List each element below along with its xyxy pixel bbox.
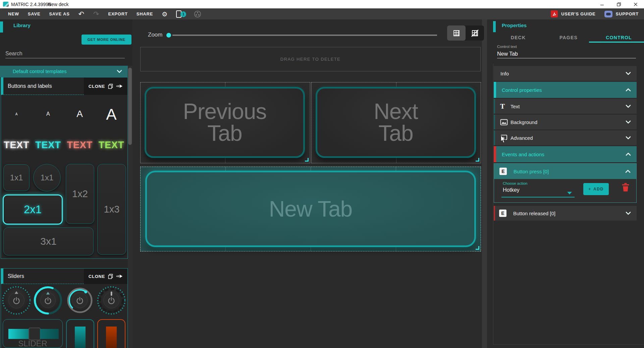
add-action-button[interactable]: + ADD	[583, 183, 609, 195]
drag-to-delete-zone[interactable]: DRAG HERE TO DELETE	[140, 47, 481, 71]
section-button-press[interactable]: E Button press [0]	[494, 164, 636, 179]
template-2x1-selected[interactable]: 2x1	[3, 194, 63, 225]
vertical-slider-template-teal[interactable]	[66, 319, 94, 348]
tab-pages[interactable]: PAGES	[543, 33, 594, 42]
section-accent-bar-red	[494, 206, 495, 221]
vertical-slider-template-orange[interactable]	[97, 319, 125, 348]
chevron-up-icon	[625, 88, 631, 92]
resize-handle-icon[interactable]	[476, 246, 479, 250]
get-more-online-button[interactable]: GET MORE ONLINE	[82, 35, 131, 45]
section-label: Background	[511, 119, 537, 125]
deck-cell-next-tab[interactable]: Next Tab	[311, 82, 481, 163]
event-icon: E	[499, 168, 507, 175]
support-button[interactable]: SUPPORT	[616, 11, 639, 16]
font-sample-l[interactable]: A	[96, 99, 127, 129]
section-background[interactable]: Background	[494, 115, 637, 129]
section-accent-bar	[494, 115, 495, 129]
choose-action-select[interactable]: Hotkey	[503, 187, 520, 193]
save-button[interactable]: SAVE	[28, 11, 41, 16]
deck-button-label: New Tab	[269, 196, 353, 222]
obs-integration-icon[interactable]	[194, 10, 202, 18]
zoom-slider-track[interactable]	[172, 35, 437, 36]
dropdown-caret-icon[interactable]	[567, 192, 572, 194]
deck-button-previous-tab[interactable]: Previous Tab	[145, 87, 305, 158]
knob-template-ring[interactable]	[65, 286, 95, 315]
zoom-label: Zoom	[148, 32, 162, 38]
image-icon	[500, 119, 508, 125]
restore-button[interactable]	[610, 0, 627, 8]
section-advanced[interactable]: Advanced	[494, 130, 637, 145]
discord-support-icon	[604, 11, 612, 17]
main-toolbar: NEW SAVE SAVE AS ↶ ↷ EXPORT SHARE ⚙ 1 MA…	[0, 8, 644, 19]
tab-control[interactable]: CONTROL	[594, 33, 644, 42]
clone-sliders-button[interactable]: CLONE	[84, 269, 127, 284]
template-1x2[interactable]: 1x2	[66, 164, 94, 224]
properties-tabs: DECK PAGES CONTROL	[493, 33, 644, 42]
text-sample-green[interactable]: TEXT	[96, 134, 127, 156]
minimize-button[interactable]	[594, 0, 610, 8]
add-label: ADD	[593, 187, 604, 191]
font-sample-m[interactable]: A	[64, 99, 96, 129]
templates-dropdown[interactable]: Default control templates	[0, 66, 128, 77]
grid-on-button[interactable]	[447, 25, 466, 41]
deck-button-next-tab[interactable]: Next Tab	[316, 87, 476, 158]
undo-icon[interactable]: ↶	[78, 10, 85, 18]
knob-template-scalloped[interactable]	[97, 286, 126, 315]
font-sample-s[interactable]: A	[32, 99, 64, 129]
copy-icon	[108, 83, 113, 89]
clone-label: CLONE	[89, 274, 105, 279]
section-label: Advanced	[511, 135, 533, 141]
close-button[interactable]	[627, 0, 644, 8]
tab-deck[interactable]: DECK	[493, 33, 543, 42]
resize-handle-icon[interactable]	[476, 158, 479, 162]
template-1x1-square[interactable]: 1x1	[3, 164, 30, 191]
share-button[interactable]: SHARE	[137, 11, 153, 16]
panel-border	[493, 344, 644, 345]
resize-handle-icon[interactable]	[305, 158, 309, 162]
connected-devices-button[interactable]: 1	[176, 10, 185, 18]
deck-button-new-tab[interactable]: New Tab	[145, 171, 476, 247]
section-text[interactable]: T Text	[494, 99, 637, 114]
grid-icon	[452, 29, 461, 37]
knob-template-dotted[interactable]	[2, 286, 31, 315]
vertical-slider-fill	[75, 327, 86, 348]
font-sample-xs[interactable]: A	[1, 99, 32, 129]
text-sample-white[interactable]: TEXT	[1, 134, 32, 156]
users-guide-button[interactable]: USER'S GUIDE	[561, 11, 595, 16]
settings-gear-icon[interactable]: ⚙	[162, 10, 167, 18]
group-accent-bar	[1, 269, 3, 284]
slider-handle[interactable]	[29, 328, 41, 340]
save-as-button[interactable]: SAVE AS	[49, 11, 69, 16]
restore-icon	[617, 2, 621, 6]
export-button[interactable]: EXPORT	[108, 11, 127, 16]
event-icon: E	[499, 210, 506, 217]
knob-template-arc[interactable]	[33, 286, 63, 315]
deck-cell-new-tab-selected[interactable]: New Tab	[140, 167, 481, 251]
new-button[interactable]: NEW	[8, 11, 19, 16]
close-icon	[634, 2, 638, 6]
plus-icon: +	[588, 187, 591, 191]
section-events-and-actions[interactable]: Events and actions	[494, 146, 637, 162]
section-info[interactable]: Info	[494, 66, 637, 81]
delete-action-trash-icon[interactable]	[622, 183, 630, 192]
library-scrollbar-thumb[interactable]	[128, 68, 132, 145]
deck-cell-previous-tab[interactable]: Previous Tab	[140, 82, 310, 163]
section-label: Control properties	[502, 87, 542, 93]
canvas-scrollbar[interactable]	[482, 19, 487, 348]
control-text-input[interactable]	[497, 50, 636, 58]
grid-off-button[interactable]	[466, 25, 484, 41]
clone-buttons-button[interactable]: CLONE	[84, 77, 127, 95]
template-1x3[interactable]: 1x3	[97, 164, 126, 255]
zoom-slider-handle[interactable]	[166, 33, 171, 38]
button-press-group: E Button press [0] Choose action Hotkey …	[494, 163, 637, 203]
horizontal-slider-template[interactable]: SLIDER	[3, 319, 63, 348]
section-label: Events and actions	[502, 152, 544, 157]
template-3x1[interactable]: 3x1	[3, 227, 94, 255]
text-sample-red[interactable]: TEXT	[64, 134, 96, 156]
text-sample-teal[interactable]: TEXT	[32, 134, 64, 156]
library-search-input[interactable]	[5, 49, 125, 58]
section-control-properties[interactable]: Control properties	[494, 82, 637, 98]
section-button-released[interactable]: E Button released [0]	[494, 206, 637, 221]
template-1x1-circle[interactable]: 1x1	[33, 164, 61, 191]
group-accent-bar	[1, 77, 3, 95]
